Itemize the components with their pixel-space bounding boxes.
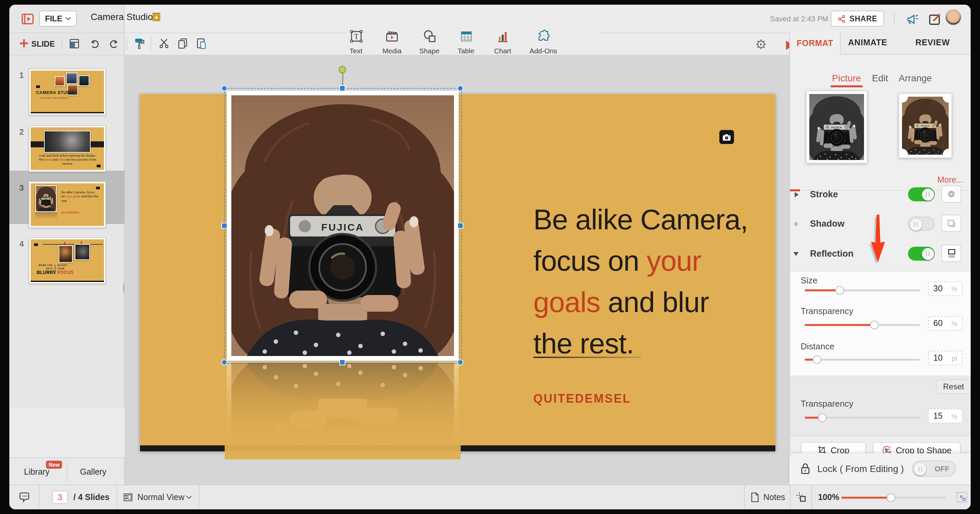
slide-layout-icon[interactable] (68, 37, 80, 49)
current-slide-number-input[interactable]: 3 (52, 491, 68, 504)
insert-addons-button[interactable]: Add-Ons (524, 29, 563, 55)
divider-accent (790, 189, 800, 191)
slide-3-thumbnail[interactable]: Be alike Camera, focus on your goals and… (29, 182, 105, 228)
reflection-transparency-value: 60 (933, 319, 943, 328)
slide-quote-text[interactable]: Be alike Camera, focus on your goals and… (533, 199, 773, 364)
tab-review[interactable]: REVIEW (895, 31, 970, 55)
reflection-transparency-slider[interactable] (805, 320, 920, 329)
redo-icon[interactable] (108, 37, 120, 49)
notes-button[interactable]: Notes (763, 493, 785, 502)
add-slide-button[interactable]: SLIDE (31, 39, 55, 49)
slide-2-text-part: and (51, 158, 58, 161)
resize-handle-nw[interactable] (221, 85, 228, 91)
user-avatar[interactable] (945, 10, 961, 25)
announcements-icon[interactable] (905, 11, 920, 27)
format-painter-icon[interactable] (133, 37, 145, 50)
resize-handle-w[interactable] (221, 223, 228, 229)
guides-icon[interactable] (795, 491, 808, 504)
slide-count-label: / 4 Slides (73, 493, 109, 502)
reflection-distance-input[interactable]: 10 pt (928, 351, 963, 365)
reflection-size-slider[interactable] (805, 285, 920, 295)
stroke-expand-icon[interactable] (795, 192, 799, 197)
slide-2-text-red: heart (45, 158, 51, 161)
resize-handle-se[interactable] (457, 359, 463, 365)
reflection-size-input[interactable]: 30 % (928, 281, 963, 296)
reflection-toggle[interactable] (908, 247, 935, 261)
more-styles-link[interactable]: More... (937, 175, 963, 185)
view-mode-selector[interactable]: Normal View (137, 493, 185, 502)
reflection-size-unit: % (951, 285, 957, 292)
rotation-handle[interactable] (339, 66, 346, 73)
insert-media-button[interactable]: Media (375, 29, 409, 55)
subtab-edit[interactable]: Edit (872, 73, 888, 83)
undo-icon[interactable] (88, 37, 100, 49)
gallery-button[interactable]: Gallery (80, 467, 107, 477)
insert-shape-button[interactable]: Shape (412, 29, 447, 55)
shadow-expand-icon[interactable] (795, 221, 799, 227)
resize-handle-sw[interactable] (221, 359, 228, 365)
reflection-section-label[interactable]: Reflection (810, 249, 854, 259)
toolbar-separator (61, 37, 62, 50)
stroke-section-label[interactable]: Stroke (810, 189, 838, 199)
reflection-distance-slider[interactable] (805, 355, 920, 364)
resize-handle-n[interactable] (339, 85, 345, 91)
reflection-distance-unit: pt (952, 354, 957, 362)
add-slide-plus-icon[interactable] (19, 38, 29, 49)
paste-icon[interactable] (195, 37, 208, 50)
shadow-section-label[interactable]: Shadow (810, 219, 845, 229)
reflection-distance-value: 10 (933, 353, 943, 363)
view-chevron-icon[interactable] (185, 495, 192, 500)
picture-transparency-input[interactable]: 15 % (928, 409, 963, 423)
selection-rectangle[interactable] (224, 88, 462, 364)
reflection-transparency-input[interactable]: 60 % (928, 316, 963, 331)
divider (199, 485, 199, 509)
slide-1-thumbnail[interactable]: CAMERA STUDIO CAPTURE THE MOMENT (29, 69, 105, 115)
insert-text-button[interactable]: T Text (339, 29, 373, 55)
resize-handle-e[interactable] (457, 223, 463, 229)
subtab-picture[interactable]: Picture (832, 73, 861, 83)
copy-icon[interactable] (176, 37, 189, 50)
thumb-photo (35, 185, 57, 212)
comments-icon[interactable] (18, 491, 32, 504)
editor-canvas[interactable]: Be alike Camera, focus on your goals and… (125, 55, 789, 485)
fit-to-screen-icon[interactable] (955, 491, 969, 504)
slide-camera-badge[interactable] (719, 130, 734, 144)
reset-button[interactable]: Reset (935, 379, 970, 394)
share-button[interactable]: SHARE (830, 11, 884, 27)
stroke-color-button[interactable] (941, 185, 961, 203)
insert-table-button[interactable]: Table (449, 29, 483, 55)
shadow-style-button[interactable] (941, 215, 961, 232)
library-gallery-bar: Library New Gallery (10, 457, 125, 485)
picture-style-scalloped[interactable] (899, 93, 952, 158)
quote-line-1: Be alike Camera, (533, 203, 748, 236)
picture-style-plain[interactable] (806, 91, 867, 163)
slideshow-settings-gear-icon[interactable] (754, 37, 767, 51)
divider (10, 33, 346, 33)
thumb-photo (75, 244, 90, 260)
slide-2-thumbnail[interactable]: Look and think before opening the shutte… (29, 126, 105, 171)
thumb-footer-bar (31, 280, 104, 282)
resize-handle-s[interactable] (339, 359, 345, 365)
stroke-toggle[interactable] (908, 187, 935, 201)
cut-icon[interactable] (158, 37, 171, 50)
shadow-toggle[interactable] (908, 216, 935, 231)
subtab-arrange[interactable]: Arrange (899, 73, 932, 83)
file-menu-button[interactable]: FILE (39, 11, 77, 27)
divider (790, 435, 970, 436)
reflection-style-button[interactable] (941, 245, 961, 262)
slide-4-thumbnail[interactable]: WHEN LIFEGETS BLURRY ADJUSTYOUR FOCUS (29, 238, 105, 283)
zoom-slider[interactable] (842, 493, 947, 502)
tab-format[interactable]: FORMAT (789, 31, 841, 55)
document-save-icon[interactable] (151, 11, 161, 22)
lock-toggle[interactable]: OFF (912, 461, 956, 477)
insert-chart-button[interactable]: Chart (485, 29, 520, 55)
feedback-icon[interactable] (927, 11, 943, 27)
library-button[interactable]: Library (24, 467, 49, 477)
picture-transparency-slider[interactable] (805, 413, 920, 422)
app-logo-icon[interactable] (21, 12, 34, 25)
slide-caption[interactable]: QUITEDEMSEL (533, 392, 631, 406)
resize-handle-ne[interactable] (457, 85, 463, 91)
tab-animate[interactable]: ANIMATE (841, 31, 895, 55)
document-title[interactable]: Camera Studio (91, 11, 153, 22)
reflection-collapse-icon[interactable] (793, 252, 799, 256)
